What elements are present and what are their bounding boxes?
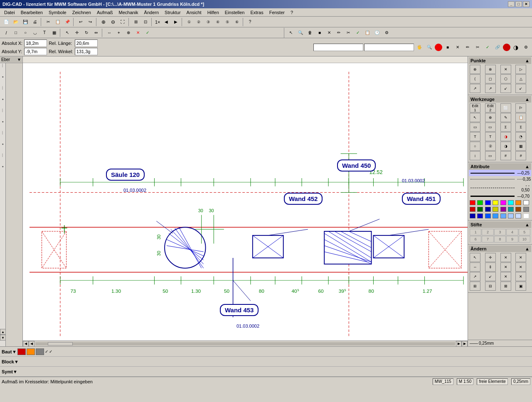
punkt-btn-2[interactable]: ⊗ <box>485 65 496 74</box>
wz-hash[interactable]: # <box>500 151 511 160</box>
attr-line-2[interactable]: ·····0,35 <box>469 176 531 182</box>
snap-end[interactable]: ⌖ <box>114 28 123 37</box>
color-yellow[interactable] <box>493 200 498 205</box>
wz-arr[interactable]: ↕ <box>470 151 480 160</box>
punkt-btn-10[interactable]: ↗ <box>485 84 496 93</box>
wz-pie[interactable]: ◑ <box>500 132 511 141</box>
punkt-btn-11[interactable]: ↙ <box>500 84 511 93</box>
delete-btn[interactable]: 🗑 <box>305 28 315 37</box>
rel-laenge-value[interactable]: 20,6m <box>75 39 98 47</box>
menu-andern[interactable]: Ändern <box>142 9 161 16</box>
pencil-btn[interactable]: ✏ <box>334 28 343 37</box>
and-btn-5[interactable]: ↔ <box>470 262 480 272</box>
menu-extras[interactable]: Extras <box>248 9 266 16</box>
block-label[interactable]: Block ▼ <box>2 359 17 364</box>
wz-circle[interactable]: ○ <box>470 142 480 151</box>
scroll-down[interactable]: ▼ <box>0 335 6 341</box>
confirm-btn[interactable]: ✓ <box>143 28 152 37</box>
color-darkblue[interactable] <box>485 207 491 212</box>
wz-pie3[interactable]: ◑ <box>500 142 511 151</box>
color-blue[interactable] <box>485 200 491 205</box>
color-brown[interactable] <box>515 207 521 212</box>
wz-d2[interactable]: ② <box>485 142 496 151</box>
symt-label[interactable]: Symt ▼ <box>2 369 17 374</box>
and-btn-14[interactable]: ⊟ <box>485 282 496 291</box>
snap-button[interactable]: ⊡ <box>141 17 150 27</box>
color-b6[interactable] <box>508 213 514 218</box>
menu-hilfen[interactable]: Hilfen <box>205 9 222 16</box>
wz-bar[interactable]: ▦ <box>515 142 526 151</box>
draw-arc[interactable]: ◡ <box>30 28 39 37</box>
color-b5[interactable] <box>500 213 506 218</box>
menu-ansicht[interactable]: Ansicht <box>184 9 204 16</box>
color-darkmagenta[interactable] <box>500 207 506 212</box>
and-btn-6[interactable]: ⇕ <box>485 262 496 272</box>
color-gray[interactable] <box>523 207 529 212</box>
coord-input[interactable] <box>313 44 363 51</box>
baut-item-2[interactable] <box>27 348 35 355</box>
coord-cog[interactable]: ⚙ <box>521 43 530 52</box>
wz-rec3[interactable]: ▭ <box>485 151 496 160</box>
zoom-out[interactable]: ⊖ <box>108 17 118 27</box>
and-btn-4[interactable]: ✕ <box>515 253 526 262</box>
menu-einstellen[interactable]: Einstellen <box>222 9 247 16</box>
rel-winkel-value[interactable]: 131,3g <box>75 48 98 55</box>
menu-zeichnen[interactable]: Zeichnen <box>70 9 94 16</box>
wz-txt2[interactable]: T <box>485 132 496 141</box>
coord-link[interactable]: 🔗 <box>493 43 502 52</box>
menu-mechanik[interactable]: Mechanik <box>116 9 140 16</box>
coord-input2[interactable] <box>364 44 414 51</box>
cut-button[interactable]: ✂ <box>44 17 53 27</box>
num1[interactable]: ① <box>185 17 194 27</box>
x-btn[interactable]: ✕ <box>325 28 334 37</box>
cursor-btn[interactable]: ↖ <box>286 28 296 37</box>
stift-9[interactable]: 9 <box>506 236 518 243</box>
minimize-button[interactable]: _ <box>508 1 515 7</box>
undo-button[interactable]: ↩ <box>76 17 85 27</box>
num4[interactable]: ④ <box>213 17 222 27</box>
attr-line-4[interactable]: —0,70 <box>469 193 531 199</box>
and-btn-3[interactable]: ✕ <box>500 253 511 262</box>
scroll-left[interactable]: ◀ <box>23 341 29 347</box>
and-btn-1[interactable]: ↖ <box>470 253 480 262</box>
color-b7[interactable] <box>515 213 521 218</box>
color-white[interactable] <box>523 200 529 205</box>
move-btn[interactable]: ✛ <box>72 28 81 37</box>
and-btn-10[interactable]: ↙ <box>485 272 496 281</box>
num3[interactable]: ③ <box>204 17 213 27</box>
color-magenta[interactable] <box>500 200 506 205</box>
color-green[interactable] <box>477 200 483 205</box>
grid-button[interactable]: ⊞ <box>131 17 140 27</box>
menu-bearbeiten[interactable]: Bearbeiten <box>18 9 45 16</box>
color-red[interactable] <box>470 200 475 205</box>
draw-circle[interactable]: ○ <box>21 28 30 37</box>
punkt-btn-8[interactable]: △ <box>515 74 526 83</box>
stift-10[interactable]: 10 <box>519 236 530 243</box>
punkt-btn-1[interactable]: ⊕ <box>470 65 480 74</box>
wz-edit2[interactable]: Edit2 <box>485 103 496 113</box>
and-btn-2[interactable]: ✛ <box>485 253 496 262</box>
stift-7[interactable]: 7 <box>482 236 493 243</box>
stift-2[interactable]: 2 <box>482 229 493 235</box>
clock-btn[interactable]: 🕐 <box>372 28 382 37</box>
punkt-btn-9[interactable]: ↗ <box>470 84 480 93</box>
attr-line-1[interactable]: —0,25 <box>469 170 531 176</box>
menu-struktur[interactable]: Struktur <box>162 9 183 16</box>
redo-button[interactable]: ↪ <box>86 17 95 27</box>
new-button[interactable]: 📄 <box>2 17 11 27</box>
canvas-area[interactable]: 12.52 73 1.30 50 1.30 50 80 40⁵ 60 39⁵ 8… <box>23 56 468 346</box>
wz-edit1[interactable]: Edit1 <box>470 103 480 113</box>
menu-symbole[interactable]: Symbole <box>46 9 69 16</box>
coord-square[interactable]: ■ <box>443 43 452 52</box>
rotate-btn[interactable]: ↻ <box>82 28 91 37</box>
color-b2[interactable] <box>477 213 483 218</box>
attr-line-3[interactable]: - - 0,50 <box>469 182 531 193</box>
scroll-left2[interactable]: ◀ <box>29 341 34 347</box>
close-button[interactable]: ✕ <box>523 1 530 7</box>
wz-btn6[interactable]: ⊕ <box>485 113 496 122</box>
baut-item-1[interactable] <box>17 348 26 355</box>
menu-help[interactable]: ? <box>288 9 296 16</box>
menu-datei[interactable]: Datei <box>2 9 17 16</box>
wz-btn5[interactable]: ↖ <box>470 113 480 122</box>
settings-btn[interactable]: ⚙ <box>382 28 391 37</box>
